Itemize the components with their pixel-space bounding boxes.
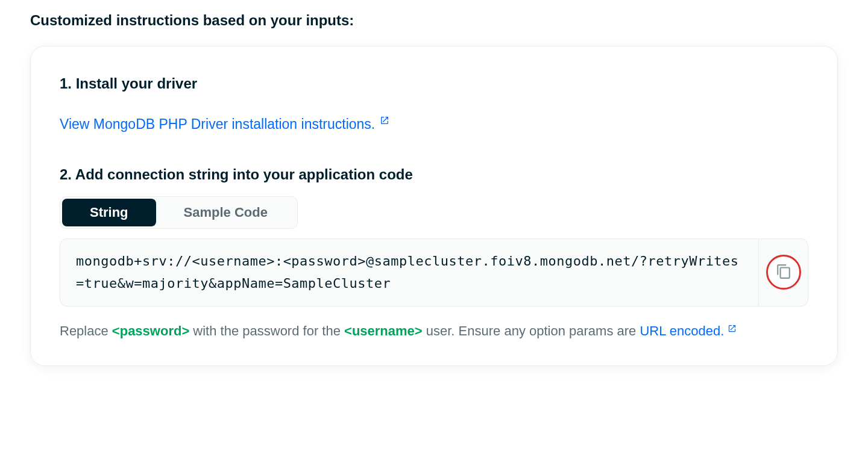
url-encoded-link[interactable]: URL encoded. [640, 321, 737, 341]
code-format-toggle: String Sample Code [60, 196, 298, 229]
instructions-card: 1. Install your driver View MongoDB PHP … [30, 46, 838, 366]
toggle-string[interactable]: String [62, 199, 156, 226]
hint-text-part2: with the password for the [189, 323, 344, 338]
toggle-sample-code[interactable]: Sample Code [156, 199, 295, 226]
copy-icon [776, 264, 791, 281]
step2-heading: 2. Add connection string into your appli… [60, 166, 808, 183]
connection-string-row: mongodb+srv://<username>:<password>@samp… [60, 238, 808, 306]
connection-string: mongodb+srv://<username>:<password>@samp… [60, 239, 758, 306]
step1-heading: 1. Install your driver [60, 75, 808, 92]
external-link-icon [728, 319, 737, 339]
url-encoded-link-text: URL encoded. [640, 321, 724, 341]
hint-text-part1: Replace [60, 323, 112, 338]
username-token: <username> [344, 323, 423, 338]
copy-highlight-circle [766, 255, 801, 290]
copy-button[interactable] [776, 264, 791, 281]
driver-install-link[interactable]: View MongoDB PHP Driver installation ins… [60, 116, 389, 132]
external-link-icon [380, 113, 389, 129]
hint-text: Replace <password> with the password for… [60, 321, 808, 341]
password-token: <password> [112, 323, 189, 338]
driver-install-link-text: View MongoDB PHP Driver installation ins… [60, 116, 375, 132]
copy-cell [758, 239, 808, 306]
hint-text-part3: user. Ensure any option params are [423, 323, 640, 338]
page-title: Customized instructions based on your in… [30, 12, 838, 29]
